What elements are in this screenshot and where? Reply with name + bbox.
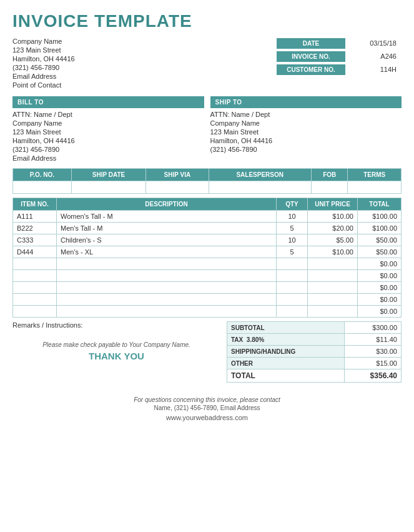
po-header-3: SALESPERSON [209,169,311,181]
ship-to-header: SHIP TO [210,96,402,108]
invoice-value: A246 [345,51,402,62]
po-header-1: SHIP DATE [71,169,145,181]
payment-note: Please make check payable to Your Compan… [12,341,220,348]
totals-table: SUBTOTAL $300.00 TAX 3.80% $11.40 SHIPPI… [227,321,402,383]
po-header-4: FOB [311,169,348,181]
shipping-label: SHIPPING/HANDLING [227,346,345,358]
sender-email: Email Address [12,73,75,80]
subtotal-row: SUBTOTAL $300.00 [227,322,402,334]
item-header-desc: DESCRIPTION [57,198,277,211]
bill-company: Company Name [12,119,204,127]
bill-to-header: BILL TO [12,96,204,108]
invoice-no-row: INVOICE NO. A246 [277,51,402,62]
date-label: DATE [277,38,345,49]
footer-line2: Name, (321) 456-7890, Email Address [12,404,402,411]
tax-value: $11.40 [344,334,401,346]
invoice-label: INVOICE NO. [277,51,345,62]
footer-website: www.yourwebaddress.com [12,414,402,421]
subtotal-label: SUBTOTAL [227,322,345,334]
shipping-value: $30.00 [344,346,401,358]
ship-street: 123 Main Street [210,128,402,136]
other-row: OTHER $15.00 [227,358,402,369]
customer-value: 114H [345,64,402,75]
shipping-row: SHIPPING/HANDLING $30.00 [227,346,402,358]
sender-company: Company Name [12,38,75,45]
table-row: B222 Men's Tall - M 5 $20.00 $100.00 [13,223,402,234]
table-row: A111 Women's Tall - M 10 $10.00 $100.00 [13,211,402,223]
table-row: C333 Children's - S 10 $5.00 $50.00 [13,234,402,246]
po-header-0: P.O. NO. [13,169,72,181]
table-row: $0.00 [13,294,402,306]
sender-city: Hamilton, OH 44416 [12,55,75,63]
po-header-5: TERMS [348,169,402,181]
po-row [13,181,402,194]
po-header-2: SHIP VIA [146,169,209,181]
total-row: TOTAL $356.40 [227,369,402,383]
customer-no-row: CUSTOMER NO. 114H [277,64,402,75]
ship-to-section: SHIP TO ATTN: Name / Dept Company Name 1… [210,96,402,163]
ship-company: Company Name [210,119,402,127]
remarks-col: Remarks / Instructions: Please make chec… [12,321,227,386]
sender-phone: (321) 456-7890 [12,64,75,71]
tax-row: TAX 3.80% $11.40 [227,334,402,346]
sender-contact: Point of Contact [12,81,75,89]
invoice-title: INVOICE TEMPLATE [12,11,402,31]
item-header-unit: UNIT PRICE [308,198,358,211]
bill-city: Hamilton, OH 44416 [12,137,204,144]
item-header-total: TOTAL [358,198,402,211]
ship-attn: ATTN: Name / Dept [210,111,402,118]
subtotal-value: $300.00 [344,322,401,334]
thank-you: THANK YOU [12,351,220,361]
bill-phone: (321) 456-7890 [12,146,204,153]
table-row: $0.00 [13,306,402,318]
bill-email: Email Address [12,154,204,162]
items-table: ITEM NO. DESCRIPTION QTY UNIT PRICE TOTA… [12,198,402,318]
bill-attn: ATTN: Name / Dept [12,111,204,118]
bill-to-section: BILL TO ATTN: Name / Dept Company Name 1… [12,96,204,163]
table-row: D444 Men's - XL 5 $10.00 $50.00 [13,246,402,258]
footer-line1: For questions concerning this invoice, p… [12,396,402,403]
table-row: $0.00 [13,270,402,282]
other-label: OTHER [227,358,345,369]
remarks-label: Remarks / Instructions: [12,321,220,329]
footer: For questions concerning this invoice, p… [12,396,402,421]
other-value: $15.00 [344,358,401,369]
sender-street: 123 Main Street [12,46,75,54]
item-header-qty: QTY [277,198,308,211]
table-row: $0.00 [13,258,402,270]
totals-col: SUBTOTAL $300.00 TAX 3.80% $11.40 SHIPPI… [227,321,402,386]
total-label: TOTAL [227,369,345,383]
total-value: $356.40 [344,369,401,383]
ship-city: Hamilton, OH 44416 [210,137,402,144]
bottom-section: Remarks / Instructions: Please make chec… [12,321,402,386]
bill-street: 123 Main Street [12,128,204,136]
table-row: $0.00 [13,282,402,294]
item-header-no: ITEM NO. [13,198,57,211]
invoice-meta: DATE 03/15/18 INVOICE NO. A246 CUSTOMER … [277,38,402,90]
tax-label: TAX 3.80% [227,334,345,346]
date-row: DATE 03/15/18 [277,38,402,49]
date-value: 03/15/18 [345,38,402,49]
customer-label: CUSTOMER NO. [277,64,345,75]
po-table: P.O. NO. SHIP DATE SHIP VIA SALESPERSON … [12,168,402,194]
sender-info: Company Name 123 Main Street Hamilton, O… [12,38,75,90]
ship-phone: (321) 456-7890 [210,146,402,153]
